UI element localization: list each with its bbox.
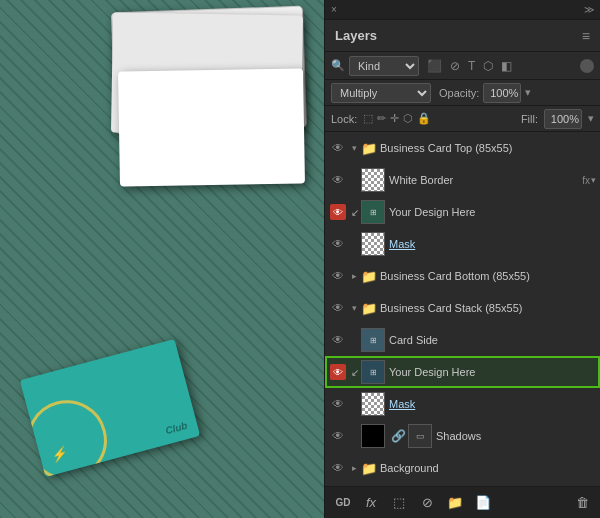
layer-mask-2[interactable]: 👁 Mask: [325, 388, 600, 420]
thumb-your-design-1: ⊞: [361, 200, 385, 224]
folder-icon: 📁: [361, 141, 377, 156]
bottom-toolbar: GD fx ⬚ ⊘ 📁 📄 🗑: [325, 486, 600, 518]
filter-type-icons: ⬛ ⊘ T ⬡ ◧: [425, 58, 514, 74]
layer-your-design-here-1[interactable]: 👁 ↙ ⊞ Your Design Here: [325, 196, 600, 228]
panel-menu-icon: ≫: [584, 4, 594, 15]
eye-white-border[interactable]: 👁: [329, 171, 347, 189]
blend-mode-row: Multiply Normal Screen Opacity: ▾: [325, 80, 600, 106]
eye-icon-red-2: 👁: [330, 364, 346, 380]
layer-name-your-design-1: Your Design Here: [389, 206, 596, 218]
layer-business-card-bottom[interactable]: 👁 ▸ 📁 Business Card Bottom (85x55): [325, 260, 600, 292]
panel-header: Layers ≡: [325, 20, 600, 52]
eye-mask-1[interactable]: 👁: [329, 235, 347, 253]
lock-transparent-btn[interactable]: ⬚: [363, 112, 373, 125]
eye-your-design-1[interactable]: 👁: [329, 203, 347, 221]
layer-name-business-card-top: Business Card Top (85x55): [380, 142, 596, 154]
lock-icons: ⬚ ✏ ✛ ⬡ 🔒: [363, 112, 431, 125]
layer-name-background: Background: [380, 462, 596, 474]
eye-icon: 👁: [332, 301, 344, 315]
filter-row: 🔍 Kind Name Effect ⬛ ⊘ T ⬡ ◧: [325, 52, 600, 80]
delete-layer-button[interactable]: 🗑: [572, 493, 592, 513]
layer-name-shadows: Shadows: [436, 430, 596, 442]
add-mask-button[interactable]: ⬚: [389, 493, 409, 513]
filter-smart-icon[interactable]: ◧: [499, 58, 514, 74]
layer-business-card-top[interactable]: 👁 ▾ 📁 Business Card Top (85x55): [325, 132, 600, 164]
filter-search-icon: 🔍: [331, 59, 345, 72]
thumb-white-border: [361, 168, 385, 192]
adjustment-button[interactable]: ⊘: [417, 493, 437, 513]
lock-row: Lock: ⬚ ✏ ✛ ⬡ 🔒 Fill: ▾: [325, 106, 600, 132]
panel-close-button[interactable]: ×: [331, 4, 337, 15]
layer-mask-1[interactable]: 👁 Mask: [325, 228, 600, 260]
opacity-input[interactable]: [483, 83, 521, 103]
panel-title: Layers: [335, 28, 377, 43]
lock-label: Lock:: [331, 113, 357, 125]
lock-position-btn[interactable]: ✛: [390, 112, 399, 125]
filter-toggle[interactable]: [580, 59, 594, 73]
eye-icon: 👁: [332, 141, 344, 155]
eye-icon-red: 👁: [330, 204, 346, 220]
layer-your-design-here-2[interactable]: 👁 ↙ ⊞ Your Design Here: [325, 356, 600, 388]
eye-icon: 👁: [332, 429, 344, 443]
lock-pixels-btn[interactable]: ✏: [377, 112, 386, 125]
eye-icon: 👁: [332, 269, 344, 283]
layer-business-card-stack[interactable]: 👁 ▾ 📁 Business Card Stack (85x55): [325, 292, 600, 324]
eye-business-card-top[interactable]: 👁: [329, 139, 347, 157]
fill-label: Fill:: [521, 113, 538, 125]
expand-business-card-bottom[interactable]: ▸: [347, 269, 361, 283]
layer-name-business-card-stack: Business Card Stack (85x55): [380, 302, 596, 314]
eye-icon: 👁: [332, 173, 344, 187]
lock-artboard-btn[interactable]: ⬡: [403, 112, 413, 125]
filter-adjustment-icon[interactable]: ⊘: [448, 58, 462, 74]
fx-button[interactable]: fx: [361, 493, 381, 513]
thumb-mask-2: [361, 392, 385, 416]
fill-input[interactable]: [544, 109, 582, 129]
thumb-your-design-2: ⊞: [361, 360, 385, 384]
expand-background[interactable]: ▸: [347, 461, 361, 475]
eye-business-card-stack[interactable]: 👁: [329, 299, 347, 317]
filter-pixel-icon[interactable]: ⬛: [425, 58, 444, 74]
eye-shadows[interactable]: 👁: [329, 427, 347, 445]
thumb-card-side: ⊞: [361, 328, 385, 352]
layer-name-mask-2: Mask: [389, 398, 596, 410]
card-stack: [104, 10, 304, 190]
filter-text-icon[interactable]: T: [466, 58, 477, 74]
eye-mask-2[interactable]: 👁: [329, 395, 347, 413]
new-layer-button[interactable]: 📄: [473, 493, 493, 513]
fill-arrow: ▾: [588, 112, 594, 125]
panel-options-button[interactable]: ≡: [582, 28, 590, 44]
layer-name-business-card-bottom: Business Card Bottom (85x55): [380, 270, 596, 282]
eye-icon: 👁: [332, 397, 344, 411]
fx-badge-white-border: fx: [582, 175, 590, 186]
eye-icon: 👁: [332, 237, 344, 251]
layers-list: 👁 ▾ 📁 Business Card Top (85x55) 👁 White …: [325, 132, 600, 486]
blend-mode-select[interactable]: Multiply Normal Screen: [331, 83, 431, 103]
thumb-shadows: [361, 424, 385, 448]
opacity-arrow: ▾: [525, 86, 531, 99]
thumb-mask-1: [361, 232, 385, 256]
filter-kind-select[interactable]: Kind Name Effect: [349, 56, 419, 76]
card-teal-text: Club: [164, 420, 188, 436]
link-button[interactable]: GD: [333, 493, 353, 513]
layers-panel: × ≫ Layers ≡ 🔍 Kind Name Effect ⬛ ⊘ T ⬡ …: [324, 0, 600, 518]
expand-business-card-top[interactable]: ▾: [347, 141, 361, 155]
eye-icon: 👁: [332, 333, 344, 347]
lock-all-btn[interactable]: 🔒: [417, 112, 431, 125]
layer-card-side[interactable]: 👁 ↙ ⊞ Card Side: [325, 324, 600, 356]
eye-background[interactable]: 👁: [329, 459, 347, 477]
layer-white-border[interactable]: 👁 White Border fx ▾: [325, 164, 600, 196]
expand-business-card-stack[interactable]: ▾: [347, 301, 361, 315]
new-group-button[interactable]: 📁: [445, 493, 465, 513]
eye-card-side[interactable]: 👁: [329, 331, 347, 349]
layer-background[interactable]: 👁 ▸ 📁 Background: [325, 452, 600, 484]
filter-shape-icon[interactable]: ⬡: [481, 58, 495, 74]
eye-business-card-bottom[interactable]: 👁: [329, 267, 347, 285]
layer-name-your-design-2: Your Design Here: [389, 366, 596, 378]
eye-icon: 👁: [332, 461, 344, 475]
eye-your-design-2[interactable]: 👁: [329, 363, 347, 381]
card-front-white: [118, 68, 305, 186]
clip-icon-2: ↙: [351, 367, 359, 378]
folder-icon: 📁: [361, 461, 377, 476]
panel-topbar: × ≫: [325, 0, 600, 20]
layer-shadows[interactable]: 👁 🔗 ▭ Shadows: [325, 420, 600, 452]
